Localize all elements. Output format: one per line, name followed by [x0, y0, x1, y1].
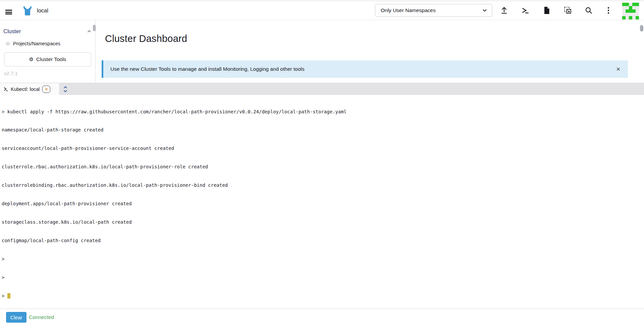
- copy-kubeconfig-icon[interactable]: [564, 6, 572, 15]
- rancher-app: local Only User Namespaces: [0, 0, 644, 326]
- page-title: Cluster Dashboard: [105, 33, 187, 44]
- upload-icon[interactable]: [500, 6, 508, 15]
- terminal-line: >: [2, 274, 644, 280]
- connection-status: Connected: [29, 309, 54, 326]
- terminal-tabbar: Kubectl: local ×: [0, 83, 644, 95]
- terminal-line: clusterrolebinding.rbac.authorization.k8…: [2, 182, 644, 188]
- banner-text: Use the new Cluster Tools to manage and …: [103, 66, 305, 72]
- terminal-line: namespace/local-path-storage created: [2, 127, 644, 133]
- kubeconfig-file-icon[interactable]: [542, 6, 551, 15]
- terminal-prompt-line: >: [2, 293, 644, 299]
- avatar-identicon[interactable]: [622, 3, 639, 19]
- terminal-output[interactable]: > kubectl apply -f https://raw.githubuse…: [0, 95, 644, 309]
- sidebar-section-cluster[interactable]: Cluster: [3, 28, 92, 35]
- terminal-expand-icon[interactable]: [62, 85, 72, 94]
- terminal-line: storageclass.storage.k8s.io/local-path c…: [2, 219, 644, 225]
- cluster-tools-banner: Use the new Cluster Tools to manage and …: [102, 60, 628, 78]
- main-scrollbar[interactable]: [640, 25, 643, 32]
- sidebar-item-projects-namespaces[interactable]: Projects/Namespaces: [5, 41, 60, 46]
- namespace-filter-value: Only User Namespaces: [381, 7, 482, 13]
- globe-icon: [5, 41, 10, 46]
- chevron-down-icon: [482, 8, 487, 13]
- terminal-line: > kubectl apply -f https://raw.githubuse…: [2, 109, 644, 115]
- hamburger-icon: [5, 10, 12, 11]
- terminal-cursor: [7, 293, 10, 298]
- tab-kubectl-local[interactable]: Kubectl: local ×: [0, 83, 59, 95]
- sidebar-divider: [95, 20, 96, 83]
- sidebar-item-label: Projects/Namespaces: [13, 41, 60, 46]
- terminal-line: clusterrole.rbac.authorization.k8s.io/lo…: [2, 164, 644, 170]
- rancher-logo-icon[interactable]: [22, 6, 33, 16]
- search-icon[interactable]: [584, 6, 593, 15]
- app-header: local Only User Namespaces: [0, 1, 644, 20]
- terminal-line: configmap/local-path-config created: [2, 237, 644, 243]
- shell-prompt-icon: [3, 87, 8, 92]
- cluster-tools-button[interactable]: ⚙ Cluster Tools: [4, 52, 91, 66]
- tab-close-icon[interactable]: ×: [42, 86, 50, 93]
- main-menu-button[interactable]: [5, 10, 13, 15]
- cluster-name: local: [37, 1, 48, 20]
- cluster-tools-label: Cluster Tools: [36, 56, 66, 62]
- terminal-prompt: >: [2, 293, 4, 298]
- version-label: v2.7.1: [4, 70, 18, 76]
- tab-label: Kubectl: local: [11, 87, 40, 92]
- kubectl-shell-icon[interactable]: [521, 6, 530, 15]
- banner-close-icon[interactable]: ✕: [614, 60, 623, 78]
- clear-button[interactable]: Clear: [6, 312, 26, 323]
- terminal-line: >: [2, 256, 644, 262]
- kebab-menu-icon[interactable]: [604, 6, 613, 15]
- chevron-up-icon: [87, 29, 92, 34]
- terminal-footer: Clear Connected: [0, 309, 644, 326]
- namespace-filter-dropdown[interactable]: Only User Namespaces: [375, 4, 492, 17]
- gear-icon: ⚙: [29, 56, 34, 62]
- terminal-line: deployment.apps/local-path-provisioner c…: [2, 201, 644, 207]
- terminal-line: serviceaccount/local-path-provisioner-se…: [2, 145, 644, 151]
- sidebar-section-title: Cluster: [3, 28, 21, 35]
